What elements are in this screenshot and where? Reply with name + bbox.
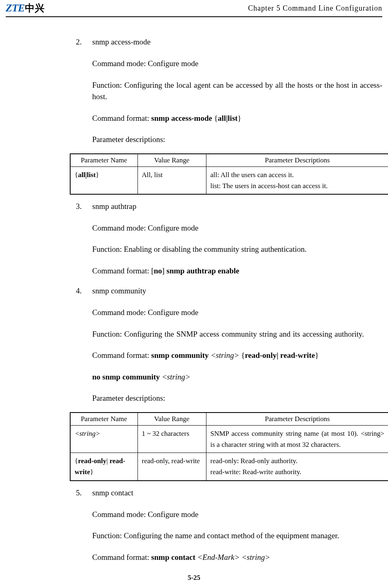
command-format: Command format: snmp contact <End-Mark> … <box>92 552 382 564</box>
page-number: 5-25 <box>6 574 382 582</box>
item-title: snmp access-mode <box>92 38 151 47</box>
table-cell: {all|list} <box>70 166 137 194</box>
item-heading: 2. snmp access-mode <box>76 38 382 47</box>
logo-letter: T <box>12 2 18 14</box>
param-desc-label: Parameter descriptions: <box>92 393 382 404</box>
parameter-table: Parameter Name Value Range Parameter Des… <box>70 153 388 195</box>
logo: ZTE中兴 <box>6 2 44 15</box>
item-number: 5. <box>76 488 92 497</box>
command-format: Command format: snmp access-mode {all|li… <box>92 113 382 124</box>
table-header: Parameter Name <box>70 154 137 167</box>
item-heading: 3. snmp authtrap <box>76 202 382 211</box>
command-mode: Command mode: Configure mode <box>92 58 382 70</box>
table-body: {all|list} All, list all: All the users … <box>70 166 388 194</box>
item-title: snmp contact <box>92 488 133 497</box>
command-mode: Command mode: Configure mode <box>92 509 382 521</box>
logo-letter: Z <box>6 2 12 14</box>
logo-cn: 中兴 <box>25 2 44 15</box>
item-heading: 4. snmp community <box>76 286 382 295</box>
table-row: <string> 1 ~ 32 characters SNMP access c… <box>70 425 388 453</box>
function-text: Function: Enabling or disabling the comm… <box>92 244 382 255</box>
command-format: Command format: [no] snmp authtrap enabl… <box>92 265 382 277</box>
list-item: 4. snmp community Command mode: Configur… <box>6 286 382 404</box>
table-header: Value Range <box>137 413 206 426</box>
table-cell: {read-only| read-write} <box>70 453 137 481</box>
list-item: 3. snmp authtrap Command mode: Configure… <box>6 202 382 277</box>
table-header: Parameter Name <box>70 413 137 426</box>
item-heading: 5. snmp contact <box>76 488 382 497</box>
list-item: 2. snmp access-mode Command mode: Config… <box>6 38 382 146</box>
command-format: Command format: snmp community <string> … <box>92 350 382 362</box>
no-command: no snmp community <string> <box>92 371 382 383</box>
table-cell: All, list <box>137 166 206 194</box>
item-body: Command mode: Configure mode Function: E… <box>92 222 382 277</box>
table-cell: SNMP access community string name (at mo… <box>206 425 388 453</box>
table-header: Parameter Descriptions <box>206 154 388 167</box>
item-body: Command mode: Configure mode Function: C… <box>92 509 382 564</box>
table-head: Parameter Name Value Range Parameter Des… <box>70 154 388 167</box>
logo-letter: E <box>18 2 24 14</box>
table-cell: 1 ~ 32 characters <box>137 425 206 453</box>
command-mode: Command mode: Configure mode <box>92 307 382 319</box>
item-title: snmp community <box>92 286 146 295</box>
table-body: <string> 1 ~ 32 characters SNMP access c… <box>70 425 388 480</box>
table-row: Parameter Name Value Range Parameter Des… <box>70 154 388 167</box>
chapter-title: Chapter 5 Command Line Configuration <box>248 4 382 13</box>
table-cell: <string> <box>70 425 137 453</box>
item-number: 2. <box>76 38 92 47</box>
item-number: 3. <box>76 202 92 211</box>
table-header: Value Range <box>137 154 206 167</box>
table-cell: read-only, read-write <box>137 453 206 481</box>
table-cell: all: All the users can access it. list: … <box>206 166 388 194</box>
item-body: Command mode: Configure mode Function: C… <box>92 307 382 404</box>
item-number: 4. <box>76 286 92 295</box>
page-content: 2. snmp access-mode Command mode: Config… <box>0 17 388 588</box>
param-desc-label: Parameter descriptions: <box>92 134 382 146</box>
table-row: {all|list} All, list all: All the users … <box>70 166 388 194</box>
item-title: snmp authtrap <box>92 202 136 211</box>
parameter-table: Parameter Name Value Range Parameter Des… <box>70 412 388 481</box>
function-text: Function: Configuring the local agent ca… <box>92 80 382 103</box>
list-item: 5. snmp contact Command mode: Configure … <box>6 488 382 564</box>
table-header: Parameter Descriptions <box>206 413 388 426</box>
item-body: Command mode: Configure mode Function: C… <box>92 58 382 146</box>
command-mode: Command mode: Configure mode <box>92 222 382 234</box>
function-text: Function: Configuring the name and conta… <box>92 530 382 542</box>
table-head: Parameter Name Value Range Parameter Des… <box>70 413 388 426</box>
function-text: Function: Configuring the SNMP access co… <box>92 328 382 340</box>
table-row: {read-only| read-write} read-only, read-… <box>70 453 388 481</box>
table-row: Parameter Name Value Range Parameter Des… <box>70 413 388 426</box>
table-cell: read-only: Read-only authority. read-wri… <box>206 453 388 481</box>
page-header: ZTE中兴 Chapter 5 Command Line Configurati… <box>0 0 388 16</box>
